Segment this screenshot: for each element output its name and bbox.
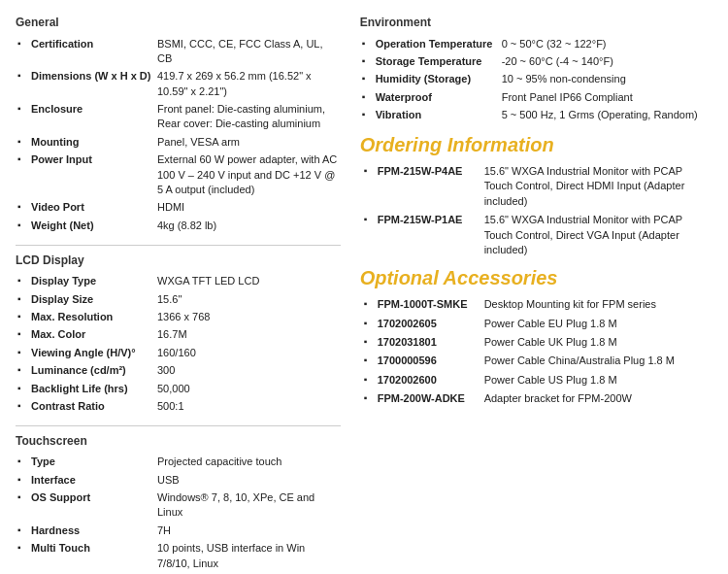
bullet: ▪ bbox=[16, 199, 29, 217]
bullet: ▪ bbox=[360, 211, 374, 259]
lcd-title: LCD Display bbox=[16, 253, 341, 267]
environment-table: ▪ Operation Temperature 0 ~ 50°C (32 ~ 1… bbox=[360, 35, 712, 124]
bullet: ▪ bbox=[16, 68, 29, 101]
spec-row: ▪ Contrast Ratio 500:1 bbox=[16, 397, 341, 415]
spec-label: Max. Resolution bbox=[29, 308, 155, 325]
spec-row: ▪ Type Projected capacitive touch bbox=[16, 454, 341, 471]
spec-value: Panel, VESA arm bbox=[155, 133, 341, 151]
spec-label: Vibration bbox=[374, 107, 500, 124]
bullet: ▪ bbox=[16, 380, 29, 397]
spec-row: ▪ Max. Resolution 1366 x 768 bbox=[16, 308, 341, 325]
right-column: Environment ▪ Operation Temperature 0 ~ … bbox=[360, 14, 712, 574]
spec-row: ▪ Vibration 5 ~ 500 Hz, 1 Grms (Operatin… bbox=[360, 107, 712, 124]
spec-value: -20 ~ 60°C (-4 ~ 140°F) bbox=[500, 52, 712, 70]
spec-value: 7H bbox=[155, 522, 341, 539]
bullet: ▪ bbox=[16, 308, 29, 325]
spec-row: ▪ Enclosure Front panel: Die-casting alu… bbox=[16, 101, 341, 134]
accessories-table: ▪ FPM-1000T-SMKE Desktop Mounting kit fo… bbox=[360, 295, 712, 408]
bullet: ▪ bbox=[360, 315, 374, 333]
bullet: ▪ bbox=[16, 152, 29, 199]
spec-value: 419.7 x 269 x 56.2 mm (16.52" x 10.59" x… bbox=[155, 68, 341, 101]
order-desc: Power Cable China/Australia Plug 1.8 M bbox=[480, 352, 712, 370]
spec-row: ▪ Storage Temperature -20 ~ 60°C (-4 ~ 1… bbox=[360, 52, 712, 70]
spec-row: ▪ Operation Temperature 0 ~ 50°C (32 ~ 1… bbox=[360, 35, 712, 52]
spec-value: Front Panel IP66 Compliant bbox=[500, 88, 712, 106]
order-desc: 15.6" WXGA Industrial Monitor with PCAP … bbox=[480, 162, 712, 211]
order-code: 1700000596 bbox=[374, 352, 480, 370]
spec-value: 5 ~ 500 Hz, 1 Grms (Operating, Random) bbox=[500, 107, 712, 124]
spec-value: 300 bbox=[155, 362, 341, 380]
spec-label: OS Support bbox=[29, 490, 155, 523]
spec-label: Contrast Ratio bbox=[29, 397, 155, 415]
spec-row: ▪ OS Support Windows® 7, 8, 10, XPe, CE … bbox=[16, 490, 341, 523]
spec-label: Waterproof bbox=[374, 88, 500, 106]
spec-row: ▪ Certification BSMI, CCC, CE, FCC Class… bbox=[16, 35, 341, 68]
bullet: ▪ bbox=[360, 333, 374, 352]
spec-value: USB bbox=[155, 471, 341, 489]
spec-row: ▪ Display Size 15.6" bbox=[16, 290, 341, 308]
spec-row: ▪ Interface USB bbox=[16, 471, 341, 489]
spec-label: Humidity (Storage) bbox=[374, 71, 500, 88]
spec-value: 500:1 bbox=[155, 397, 341, 415]
spec-row: ▪ Backlight Life (hrs) 50,000 bbox=[16, 380, 341, 397]
bullet: ▪ bbox=[360, 295, 374, 314]
spec-row: ▪ Mounting Panel, VESA arm bbox=[16, 133, 341, 151]
accessories-title: Optional Accessories bbox=[360, 267, 712, 289]
ordering-row: ▪ 1702002605 Power Cable EU Plug 1.8 M bbox=[360, 315, 712, 333]
order-desc: 15.6" WXGA Industrial Monitor with PCAP … bbox=[480, 211, 712, 259]
spec-value: 0 ~ 50°C (32 ~ 122°F) bbox=[500, 35, 712, 52]
bullet: ▪ bbox=[16, 290, 29, 308]
general-title: General bbox=[16, 16, 341, 29]
lcd-table: ▪ Display Type WXGA TFT LED LCD ▪ Displa… bbox=[16, 273, 341, 416]
order-code: FPM-215W-P1AE bbox=[374, 211, 480, 259]
spec-row: ▪ Multi Touch 10 points, USB interface i… bbox=[16, 540, 341, 573]
spec-label: Luminance (cd/m²) bbox=[29, 362, 155, 380]
order-code: 1702002600 bbox=[374, 371, 480, 389]
spec-value: BSMI, CCC, CE, FCC Class A, UL, CB bbox=[155, 35, 341, 68]
bullet: ▪ bbox=[360, 162, 374, 211]
order-desc: Power Cable US Plug 1.8 M bbox=[480, 371, 712, 389]
spec-label: Enclosure bbox=[29, 101, 155, 134]
bullet: ▪ bbox=[360, 107, 374, 124]
spec-row: ▪ Display Type WXGA TFT LED LCD bbox=[16, 273, 341, 290]
order-code: FPM-200W-ADKE bbox=[374, 389, 480, 408]
spec-label: Interface bbox=[29, 471, 155, 489]
bullet: ▪ bbox=[16, 454, 29, 471]
bullet: ▪ bbox=[16, 133, 29, 151]
order-code: 1702002605 bbox=[374, 315, 480, 333]
touchscreen-table: ▪ Type Projected capacitive touch ▪ Inte… bbox=[16, 454, 341, 573]
bullet: ▪ bbox=[16, 217, 29, 234]
spec-label: Mounting bbox=[29, 133, 155, 151]
environment-title: Environment bbox=[360, 16, 712, 29]
spec-value: 10 ~ 95% non-condensing bbox=[500, 71, 712, 88]
spec-value: 15.6" bbox=[155, 290, 341, 308]
spec-row: ▪ Max. Color 16.7M bbox=[16, 326, 341, 344]
bullet: ▪ bbox=[360, 35, 374, 52]
spec-label: Power Input bbox=[29, 152, 155, 199]
spec-row: ▪ Hardness 7H bbox=[16, 522, 341, 539]
bullet: ▪ bbox=[16, 490, 29, 523]
spec-value: Front panel: Die-casting aluminium, Rear… bbox=[155, 101, 341, 134]
ordering-row: ▪ FPM-215W-P1AE 15.6" WXGA Industrial Mo… bbox=[360, 211, 712, 259]
bullet: ▪ bbox=[16, 522, 29, 539]
spec-label: Hardness bbox=[29, 522, 155, 539]
spec-label: Max. Color bbox=[29, 326, 155, 344]
bullet: ▪ bbox=[360, 52, 374, 70]
spec-label: Operation Temperature bbox=[374, 35, 500, 52]
spec-value: 160/160 bbox=[155, 344, 341, 361]
spec-row: ▪ Luminance (cd/m²) 300 bbox=[16, 362, 341, 380]
bullet: ▪ bbox=[360, 389, 374, 408]
ordering-row: ▪ FPM-200W-ADKE Adapter bracket for FPM-… bbox=[360, 389, 712, 408]
spec-label: Certification bbox=[29, 35, 155, 68]
ordering-row: ▪ 1700000596 Power Cable China/Australia… bbox=[360, 352, 712, 370]
bullet: ▪ bbox=[360, 71, 374, 88]
spec-value: 1366 x 768 bbox=[155, 308, 341, 325]
bullet: ▪ bbox=[16, 540, 29, 573]
bullet: ▪ bbox=[16, 273, 29, 290]
spec-value: Projected capacitive touch bbox=[155, 454, 341, 471]
bullet: ▪ bbox=[360, 371, 374, 389]
bullet: ▪ bbox=[16, 35, 29, 68]
spec-row: ▪ Weight (Net) 4kg (8.82 lb) bbox=[16, 217, 341, 234]
spec-row: ▪ Video Port HDMI bbox=[16, 199, 341, 217]
spec-value: External 60 W power adapter, with AC 100… bbox=[155, 152, 341, 199]
